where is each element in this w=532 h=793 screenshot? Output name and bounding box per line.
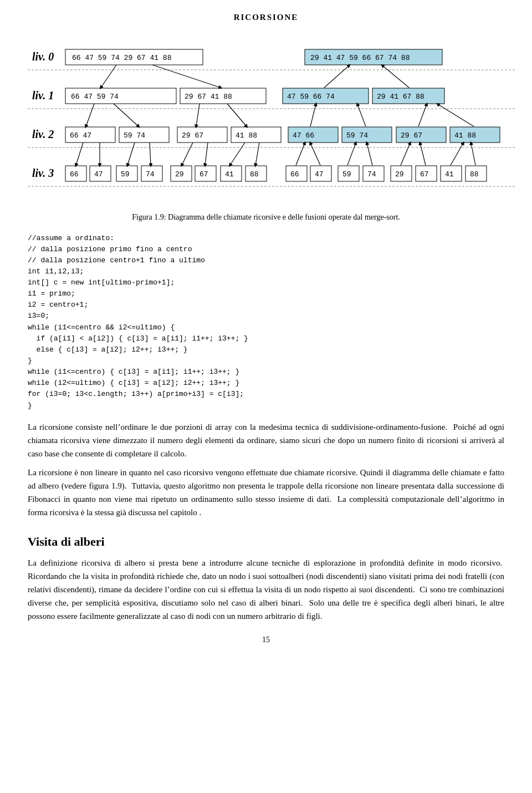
nums-l3-r2: 47 — [315, 170, 324, 179]
recursion-diagram: liv. 0 liv. 1 liv. 2 liv. 3 66 47 59 74 … — [28, 34, 515, 206]
arrow-l1-1-to-l2-1 — [86, 104, 94, 126]
arrow-l2-2-to-l3-4 — [150, 143, 151, 165]
arrow-l2-3-to-l3-5 — [182, 143, 193, 165]
nums-l2-2: 59 74 — [124, 131, 145, 140]
arrow-l3r-3-to-l2r-2 — [347, 143, 356, 165]
nums-l2-r2: 59 74 — [346, 131, 368, 140]
nums-l2-r1: 47 66 — [293, 131, 314, 140]
arrow-l3r-7-to-l2r-4 — [451, 143, 463, 165]
nums-l2-3: 29 67 — [182, 131, 203, 140]
arrow-l3r-1-to-l2r-1 — [296, 143, 305, 165]
level-1-label: liv. 1 — [32, 89, 54, 101]
arrow-l0l-to-l1l — [101, 65, 116, 88]
nums-l3-r7: 41 — [445, 170, 454, 179]
nums-l0-right: 29 41 47 59 66 67 74 88 — [310, 54, 410, 62]
arrow-l1-1-to-l2-2 — [114, 104, 139, 126]
nums-l3-r5: 29 — [395, 170, 404, 179]
arrow-l3r-4-to-l2r-2 — [367, 143, 372, 165]
arrow-l1-2-to-l2-4 — [227, 104, 247, 126]
figure-caption: Figura 1.9: Diagramma delle chiamate ric… — [28, 211, 504, 223]
nums-l3-7: 41 — [225, 170, 234, 179]
arrow-l3r-5-to-l2r-3 — [401, 143, 410, 165]
nums-l3-r1: 66 — [290, 170, 299, 179]
page-number: 15 — [28, 634, 504, 645]
nums-l3-5: 29 — [175, 170, 184, 179]
nums-l3-3: 59 — [121, 170, 130, 179]
body-paragraph-1: La ricorsione consiste nell’ordinare le … — [28, 420, 504, 460]
code-block: //assume a ordinato: // dalla posizione … — [28, 233, 504, 411]
arrow-l1r-1-to-l0r — [324, 65, 349, 88]
arrow-l2r-1-to-l1r-1 — [310, 104, 316, 126]
arrow-l1r-2-to-l0r — [382, 65, 409, 88]
arrow-l3r-8-to-l2r-4 — [471, 143, 475, 165]
arrow-l3r-2-to-l2r-1 — [310, 143, 320, 165]
nums-l1-left: 66 47 59 74 — [71, 93, 119, 101]
nums-l2-4: 41 88 — [236, 131, 257, 140]
nums-l3-r4: 74 — [367, 170, 376, 179]
arrow-l2-3-to-l3-6 — [205, 143, 208, 165]
nums-l1-right2: 29 41 67 88 — [377, 93, 424, 101]
arrow-l2r-2-to-l1r-1 — [357, 104, 366, 126]
section-paragraph-1: La definizione ricorsiva di albero si pr… — [28, 556, 504, 623]
arrow-l1-2-to-l2-3 — [196, 104, 200, 126]
level-0-label: liv. 0 — [32, 50, 54, 63]
page-title: RICORSIONE — [28, 11, 504, 24]
body-paragraph-2: La ricorsione è non lineare in quanto ne… — [28, 466, 504, 519]
nums-l3-8: 88 — [250, 170, 259, 179]
nums-l3-r8: 88 — [470, 170, 479, 179]
nums-l1-right1: 47 59 66 74 — [287, 93, 335, 101]
nums-l0-left: 66 47 59 74 29 67 41 88 — [72, 54, 171, 62]
diagram-container: liv. 0 liv. 1 liv. 2 liv. 3 66 47 59 74 … — [28, 34, 504, 206]
nums-l3-2: 47 — [94, 170, 103, 179]
nums-l3-r6: 67 — [420, 170, 429, 179]
arrow-l2-2-to-l3-3 — [127, 143, 135, 165]
nums-l2-1: 66 47 — [70, 131, 91, 140]
section-heading: Visita di alberi — [28, 532, 504, 551]
arrow-l2-4-to-l3-8 — [255, 143, 259, 165]
nums-l3-4: 74 — [146, 170, 155, 179]
nums-l2-r3: 29 67 — [401, 131, 422, 140]
nums-l3-1: 66 — [70, 170, 79, 179]
arrow-l0l-to-l1r — [152, 65, 221, 88]
arrow-l2-1-to-l3-1 — [76, 143, 83, 165]
nums-l1-left2: 29 67 41 88 — [185, 93, 232, 101]
arrow-l2r-3-to-l1r-2 — [418, 104, 427, 126]
nums-l2-r4: 41 88 — [454, 131, 476, 140]
nums-l3-r3: 59 — [342, 170, 351, 179]
level-3-label: liv. 3 — [32, 167, 54, 179]
nums-l3-6: 67 — [200, 170, 208, 179]
arrow-l2-4-to-l3-7 — [230, 143, 245, 165]
arrow-l2r-4-to-l1r-2 — [438, 104, 474, 126]
level-2-label: liv. 2 — [32, 128, 54, 140]
arrow-l3r-6-to-l2r-3 — [420, 143, 426, 165]
